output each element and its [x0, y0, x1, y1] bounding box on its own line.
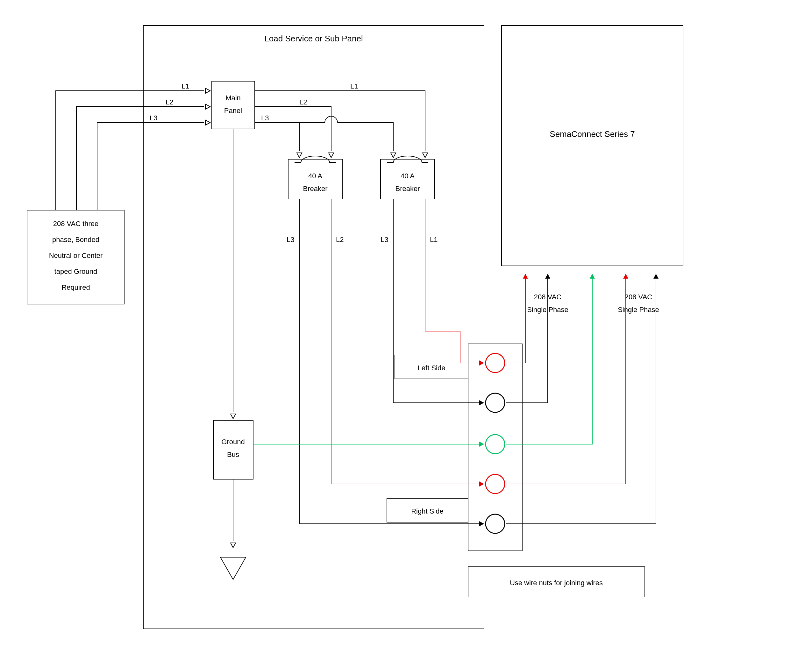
- breaker1-l1: 40 A: [308, 172, 322, 180]
- arrow-t2-dev: [545, 274, 550, 279]
- main-panel-l2: Panel: [224, 107, 242, 115]
- lbl-mp-l2: L2: [299, 98, 307, 106]
- lbl-b2-l1: L1: [430, 235, 438, 244]
- breaker1-l2: Breaker: [303, 185, 327, 193]
- source-line5: Required: [62, 283, 90, 291]
- device-label: SemaConnect Series 7: [550, 129, 635, 139]
- lbl-b2-l3: L3: [381, 235, 388, 244]
- terminal-2-black: [486, 393, 505, 412]
- wire-t4-dev: [506, 274, 626, 484]
- wire-nuts-text: Use wire nuts for joining wires: [510, 579, 603, 587]
- ground-bus-l2: Bus: [227, 451, 239, 459]
- lbl-mp-l3: L3: [261, 114, 269, 122]
- phase-right-l2: Single Phase: [618, 306, 659, 314]
- terminal-4-red: [486, 474, 505, 494]
- lbl-l2-in: L2: [165, 98, 173, 106]
- lbl-b1-l3: L3: [287, 235, 294, 244]
- source-line1: 208 VAC three: [53, 220, 99, 228]
- main-panel-l1: Main: [226, 94, 241, 102]
- service-panel-box: [143, 25, 484, 629]
- arrow-t1-dev: [523, 274, 528, 279]
- source-line4: taped Ground: [54, 267, 97, 276]
- device-box: [501, 25, 683, 266]
- breaker2-l2: Breaker: [395, 185, 420, 193]
- lbl-l1-in: L1: [182, 82, 189, 90]
- service-panel-title: Load Service or Sub Panel: [264, 34, 363, 43]
- arrow-t5-dev: [653, 274, 658, 279]
- terminal-1-red: [486, 353, 505, 372]
- lbl-b1-l2: L2: [336, 235, 344, 244]
- lbl-l3-in: L3: [150, 114, 157, 122]
- source-line2: phase, Bonded: [52, 235, 99, 244]
- wiring-diagram: Load Service or Sub Panel 208 VAC three …: [0, 0, 812, 668]
- arrow-t3-dev: [590, 274, 595, 279]
- terminal-5-black: [486, 514, 505, 533]
- terminal-3-green: [486, 434, 505, 454]
- ground-bus-box: [213, 420, 253, 479]
- main-panel-box: [212, 81, 255, 129]
- breaker2-l1: 40 A: [401, 172, 414, 180]
- arrow-t4-dev: [623, 274, 628, 279]
- lbl-mp-l1: L1: [350, 82, 358, 90]
- source-line3: Neutral or Center: [49, 252, 103, 259]
- ground-bus-l1: Ground: [221, 438, 244, 446]
- left-side-label: Left Side: [418, 364, 446, 372]
- phase-right-l1: 208 VAC: [625, 293, 652, 301]
- right-side-label: Right Side: [411, 507, 444, 515]
